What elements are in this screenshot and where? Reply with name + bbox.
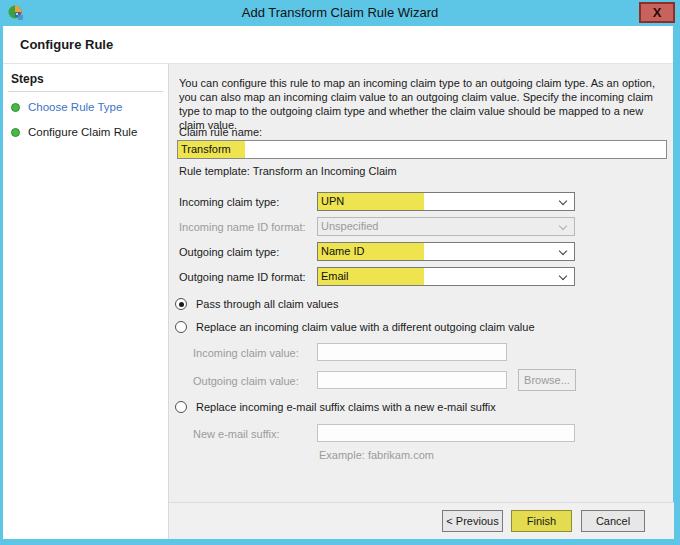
selected-value: Unspecified: [318, 218, 378, 232]
chevron-down-icon: [559, 247, 567, 255]
radio-replace-claim-value[interactable]: Replace an incoming claim value with a d…: [175, 321, 535, 333]
previous-button[interactable]: < Previous: [442, 510, 503, 532]
highlight-annotation: Transform: [178, 141, 245, 158]
step-label: Choose Rule Type: [28, 101, 122, 113]
incoming-claim-type-label: Incoming claim type:: [179, 196, 279, 208]
outgoing-claim-value-input: [317, 371, 507, 389]
highlight-annotation: Name ID: [318, 243, 424, 260]
rule-template-text: Rule template: Transform an Incoming Cla…: [179, 165, 397, 177]
chevron-down-icon: [559, 272, 567, 280]
highlight-annotation: UPN: [318, 193, 424, 210]
incoming-name-id-format-label: Incoming name ID format:: [179, 221, 306, 233]
cancel-button[interactable]: Cancel: [581, 510, 645, 532]
outgoing-name-id-format-select[interactable]: Email: [317, 267, 575, 286]
radio-button-icon[interactable]: [175, 298, 187, 310]
browse-button: Browse...: [518, 369, 576, 391]
step-complete-icon: [11, 103, 20, 112]
page-title: Configure Rule: [20, 26, 113, 64]
incoming-claim-value-label: Incoming claim value:: [193, 347, 299, 359]
new-email-suffix-label: New e-mail suffix:: [193, 428, 280, 440]
incoming-claim-value-input: [317, 343, 507, 361]
titlebar: Add Transform Claim Rule Wizard X: [0, 0, 680, 26]
chevron-down-icon: [559, 197, 567, 205]
outgoing-claim-type-label: Outgoing claim type:: [179, 246, 279, 258]
radio-button-icon[interactable]: [175, 401, 187, 413]
outgoing-claim-type-select[interactable]: Name ID: [317, 242, 575, 261]
steps-sidebar: Steps Choose Rule Type Configure Claim R…: [3, 64, 168, 539]
outgoing-claim-value-label: Outgoing claim value:: [193, 375, 299, 387]
footer-button-row: < Previous Finish Cancel: [169, 502, 674, 539]
radio-replace-email-suffix[interactable]: Replace incoming e-mail suffix claims wi…: [175, 401, 496, 413]
claim-rule-name-label: Claim rule name:: [179, 126, 262, 138]
example-hint-text: Example: fabrikam.com: [319, 449, 434, 461]
sidebar-item-configure-claim-rule[interactable]: Configure Claim Rule: [11, 126, 137, 138]
step-complete-icon: [11, 128, 20, 137]
sidebar-item-choose-rule-type[interactable]: Choose Rule Type: [11, 101, 122, 113]
claim-rule-name-input[interactable]: Transform: [177, 140, 667, 159]
radio-button-icon[interactable]: [175, 321, 187, 333]
radio-pass-through[interactable]: Pass through all claim values: [175, 298, 338, 310]
wizard-window: Add Transform Claim Rule Wizard X Config…: [0, 0, 680, 545]
close-button[interactable]: X: [639, 2, 675, 23]
step-label: Configure Claim Rule: [28, 126, 137, 138]
chevron-down-icon: [559, 222, 567, 230]
wizard-content: You can configure this rule to map an in…: [168, 64, 673, 539]
window-title: Add Transform Claim Rule Wizard: [0, 0, 680, 26]
new-email-suffix-input: [317, 424, 575, 442]
incoming-claim-type-select[interactable]: UPN: [317, 192, 575, 211]
incoming-name-id-format-select: Unspecified: [317, 217, 575, 236]
outgoing-name-id-format-label: Outgoing name ID format:: [179, 271, 306, 283]
steps-heading: Steps: [11, 72, 44, 86]
finish-button[interactable]: Finish: [511, 510, 572, 532]
header-band: Configure Rule: [3, 26, 673, 64]
sidebar-divider: [8, 91, 163, 92]
highlight-annotation: Email: [318, 268, 424, 285]
description-text: You can configure this rule to map an in…: [179, 76, 667, 132]
